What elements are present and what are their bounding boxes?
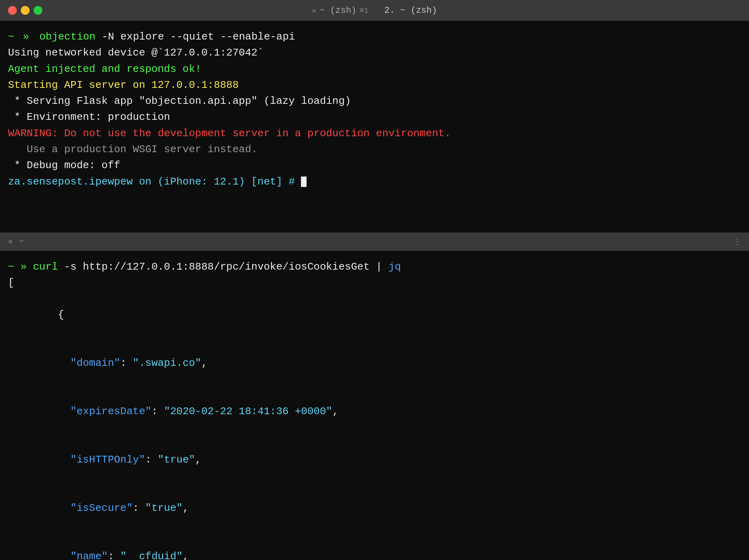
close-button[interactable] <box>8 6 17 15</box>
repl-prompt: za.sensepost.ipewpew on (iPhone: 12.1) [… <box>8 174 301 190</box>
tab-1-shortcut: ⌘1 <box>360 6 369 15</box>
output-line-3: Starting API server on 127.0.0.1:8888 <box>8 77 741 93</box>
separator-close-icon[interactable]: ✕ <box>8 236 13 246</box>
terminal-window: ✕ ~ (zsh) ⌘1 2. ~ (zsh) ~ » objection -N… <box>0 0 749 560</box>
command-args: -N explore --quiet --enable-api <box>96 29 295 45</box>
minimize-button[interactable] <box>21 6 30 15</box>
title-bar-center: ✕ ~ (zsh) ⌘1 2. ~ (zsh) <box>312 6 437 16</box>
json-object-open: { <box>8 291 741 339</box>
tab-1-label: ~ (zsh) <box>319 6 356 16</box>
prompt-tilde-1: ~ <box>8 29 14 45</box>
command-line-2: ~ » curl -s http://127.0.0.1:8888/rpc/in… <box>8 259 741 275</box>
repl-prompt-line: za.sensepost.ipewpew on (iPhone: 12.1) [… <box>8 174 741 190</box>
output-line-4: * Serving Flask app "objection.api.app" … <box>8 93 741 109</box>
prompt-tilde-2: ~ <box>8 259 14 275</box>
title-bar: ✕ ~ (zsh) ⌘1 2. ~ (zsh) <box>0 0 749 21</box>
output-wsgi: Use a production WSGI server instead. <box>8 141 741 157</box>
tab-close-icon[interactable]: ✕ <box>312 6 317 15</box>
output-warning: WARNING: Do not use the development serv… <box>8 125 741 141</box>
maximize-button[interactable] <box>34 6 42 15</box>
cmd-jq: jq <box>388 259 401 275</box>
cmd-rest: -s http://127.0.0.1:8888/rpc/invoke/iosC… <box>58 259 388 275</box>
traffic-lights <box>8 6 42 15</box>
command-objection: objection <box>33 29 96 45</box>
terminal-pane-bottom[interactable]: ~ » curl -s http://127.0.0.1:8888/rpc/in… <box>0 251 749 560</box>
terminal-pane-top[interactable]: ~ » objection -N explore --quiet --enabl… <box>0 21 749 232</box>
command-line-1: ~ » objection -N explore --quiet --enabl… <box>8 29 741 45</box>
json-bracket-open: [ <box>8 275 741 291</box>
output-debug: * Debug mode: off <box>8 157 741 173</box>
output-line-5: * Environment: production <box>8 109 741 125</box>
output-line-1: Using networked device @`127.0.0.1:27042… <box>8 45 741 61</box>
json-is-secure: "isSecure": "true", <box>8 484 741 532</box>
tab-1[interactable]: ✕ ~ (zsh) ⌘1 <box>312 6 369 16</box>
json-domain: "domain": ".swapi.co", <box>8 339 741 387</box>
json-http-only: "isHTTPOnly": "true", <box>8 436 741 484</box>
separator-tilde: ~ <box>19 237 24 246</box>
cmd-curl: curl <box>33 259 58 275</box>
json-name: "name": "__cfduid", <box>8 532 741 560</box>
separator-left: ✕ ~ <box>8 236 24 246</box>
prompt-arrow-2: » <box>14 259 33 275</box>
prompt-arrow-1: » <box>17 29 29 45</box>
separator-right: ⋮ <box>733 236 741 246</box>
pane-separator: ✕ ~ ⋮ <box>0 232 749 251</box>
cursor-1 <box>301 177 307 187</box>
output-line-2: Agent injected and responds ok! <box>8 61 741 77</box>
window-title: 2. ~ (zsh) <box>384 6 437 16</box>
json-expires: "expiresDate": "2020-02-22 18:41:36 +000… <box>8 387 741 436</box>
